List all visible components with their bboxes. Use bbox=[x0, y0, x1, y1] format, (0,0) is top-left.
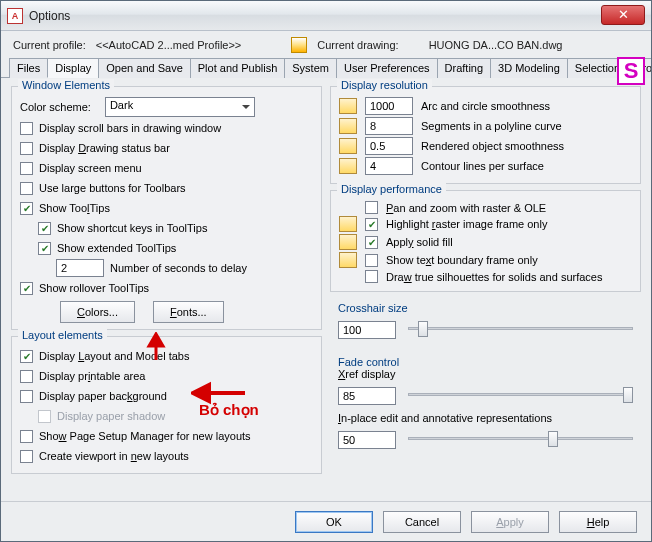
group-title: Layout elements bbox=[18, 329, 107, 341]
cb-statusbar[interactable] bbox=[20, 142, 33, 155]
lbl-paper-background: Display paper background bbox=[39, 390, 167, 402]
lbl-screenmenu: Display screen menu bbox=[39, 162, 142, 174]
cb-true-silhouettes[interactable] bbox=[365, 270, 378, 283]
cb-screenmenu[interactable] bbox=[20, 162, 33, 175]
group-title: Window Elements bbox=[18, 79, 114, 91]
lbl-paper-shadow: Display paper shadow bbox=[57, 410, 165, 422]
lbl-page-setup-manager: Show Page Setup Manager for new layouts bbox=[39, 430, 251, 442]
lbl-layout-model-tabs: Display Layout and Model tabs bbox=[39, 350, 189, 362]
options-dialog: A Options ✕ Current profile: <<AutoCAD 2… bbox=[0, 0, 652, 542]
lbl-scrollbars: Display scroll bars in drawing window bbox=[39, 122, 221, 134]
color-scheme-select[interactable]: Dark bbox=[105, 97, 255, 117]
app-icon: A bbox=[7, 8, 23, 24]
cb-largebuttons[interactable] bbox=[20, 182, 33, 195]
left-column: Window Elements Color scheme: Dark Displ… bbox=[11, 86, 322, 510]
apply-button: Apply bbox=[471, 511, 549, 533]
current-profile-value: <<AutoCAD 2...med Profile>> bbox=[96, 39, 242, 51]
lbl-shortcut-keys: Show shortcut keys in ToolTips bbox=[57, 222, 207, 234]
dwg-icon bbox=[339, 158, 357, 174]
xref-display-label: Xref display bbox=[338, 368, 633, 380]
inplace-edit-input[interactable] bbox=[338, 431, 396, 449]
cb-paper-background[interactable] bbox=[20, 390, 33, 403]
cb-printable-area[interactable] bbox=[20, 370, 33, 383]
tab-plot-and-publish[interactable]: Plot and Publish bbox=[190, 58, 286, 78]
window-title: Options bbox=[29, 9, 70, 23]
group-display-resolution: Display resolution Arc and circle smooth… bbox=[330, 86, 641, 184]
current-profile-label: Current profile: bbox=[13, 39, 86, 51]
drawing-icon bbox=[291, 37, 307, 53]
polyline-segments-label: Segments in a polyline curve bbox=[421, 120, 632, 132]
cb-text-boundary[interactable] bbox=[365, 254, 378, 267]
close-button[interactable]: ✕ bbox=[601, 5, 645, 25]
crosshair-slider[interactable] bbox=[408, 318, 633, 338]
tab-files[interactable]: Files bbox=[9, 58, 48, 78]
fonts-button[interactable]: Fonts... bbox=[153, 301, 224, 323]
lbl-statusbar: Display Drawing status bar bbox=[39, 142, 170, 154]
group-title: Display performance bbox=[337, 183, 446, 195]
lbl-extended-tooltips: Show extended ToolTips bbox=[57, 242, 176, 254]
cb-solid-fill[interactable] bbox=[365, 236, 378, 249]
cb-create-viewport[interactable] bbox=[20, 450, 33, 463]
dwg-icon bbox=[339, 98, 357, 114]
tab-drafting[interactable]: Drafting bbox=[437, 58, 492, 78]
lbl-true-silhouettes: Draw true silhouettes for solids and sur… bbox=[386, 271, 602, 283]
polyline-segments-input[interactable] bbox=[365, 117, 413, 135]
cb-rollover[interactable] bbox=[20, 282, 33, 295]
current-drawing-value: HUONG DA...CO BAN.dwg bbox=[429, 39, 563, 51]
lbl-create-viewport: Create viewport in new layouts bbox=[39, 450, 189, 462]
group-crosshair: Crosshair size bbox=[330, 298, 641, 350]
seconds-delay-label: Number of seconds to delay bbox=[110, 262, 247, 274]
cb-paper-shadow bbox=[38, 410, 51, 423]
cb-scrollbars[interactable] bbox=[20, 122, 33, 135]
group-layout-elements: Layout elements Display Layout and Model… bbox=[11, 336, 322, 474]
xref-display-input[interactable] bbox=[338, 387, 396, 405]
profile-row: Current profile: <<AutoCAD 2...med Profi… bbox=[1, 31, 651, 55]
tab-3d-modeling[interactable]: 3D Modeling bbox=[490, 58, 568, 78]
fade-title: Fade control bbox=[338, 356, 633, 368]
rendered-smoothness-label: Rendered object smoothness bbox=[421, 140, 632, 152]
current-drawing-label: Current drawing: bbox=[317, 39, 398, 51]
cb-extended-tooltips[interactable] bbox=[38, 242, 51, 255]
contour-lines-label: Contour lines per surface bbox=[421, 160, 632, 172]
cb-pan-zoom-raster[interactable] bbox=[365, 201, 378, 214]
cb-shortcut-keys[interactable] bbox=[38, 222, 51, 235]
color-scheme-label: Color scheme: bbox=[20, 101, 91, 113]
xref-slider[interactable] bbox=[408, 384, 633, 404]
dwg-icon bbox=[339, 118, 357, 134]
dwg-icon bbox=[339, 252, 357, 268]
lbl-rollover: Show rollover ToolTips bbox=[39, 282, 149, 294]
dwg-icon bbox=[339, 138, 357, 154]
arc-smoothness-input[interactable] bbox=[365, 97, 413, 115]
help-button[interactable]: Help bbox=[559, 511, 637, 533]
tabs: Files Display Open and Save Plot and Pub… bbox=[1, 57, 651, 78]
cancel-button[interactable]: Cancel bbox=[383, 511, 461, 533]
dwg-icon bbox=[339, 216, 357, 232]
dwg-icon bbox=[339, 234, 357, 250]
inplace-edit-label: In-place edit and annotative representat… bbox=[338, 412, 633, 424]
tab-open-and-save[interactable]: Open and Save bbox=[98, 58, 190, 78]
watermark-icon: S bbox=[617, 57, 645, 85]
arc-smoothness-label: Arc and circle smoothness bbox=[421, 100, 632, 112]
colors-button[interactable]: Colors... bbox=[60, 301, 135, 323]
group-window-elements: Window Elements Color scheme: Dark Displ… bbox=[11, 86, 322, 330]
cb-tooltips[interactable] bbox=[20, 202, 33, 215]
cb-highlight-raster[interactable] bbox=[365, 218, 378, 231]
tab-user-preferences[interactable]: User Preferences bbox=[336, 58, 438, 78]
group-title: Display resolution bbox=[337, 79, 432, 91]
dialog-buttons: OK Cancel Apply Help bbox=[1, 501, 651, 541]
titlebar[interactable]: A Options ✕ bbox=[1, 1, 651, 31]
cb-page-setup-manager[interactable] bbox=[20, 430, 33, 443]
seconds-delay-input[interactable] bbox=[56, 259, 104, 277]
lbl-tooltips: Show ToolTips bbox=[39, 202, 110, 214]
contour-lines-input[interactable] bbox=[365, 157, 413, 175]
crosshair-size-input[interactable] bbox=[338, 321, 396, 339]
tab-display[interactable]: Display bbox=[47, 58, 99, 78]
tab-system[interactable]: System bbox=[284, 58, 337, 78]
rendered-smoothness-input[interactable] bbox=[365, 137, 413, 155]
group-fade-control: Fade control Xref display In-place edit … bbox=[330, 352, 641, 460]
cb-layout-model-tabs[interactable] bbox=[20, 350, 33, 363]
ok-button[interactable]: OK bbox=[295, 511, 373, 533]
inplace-slider[interactable] bbox=[408, 428, 633, 448]
lbl-pan-zoom-raster: Pan and zoom with raster & OLE bbox=[386, 202, 546, 214]
group-display-performance: Display performance Pan and zoom with ra… bbox=[330, 190, 641, 292]
